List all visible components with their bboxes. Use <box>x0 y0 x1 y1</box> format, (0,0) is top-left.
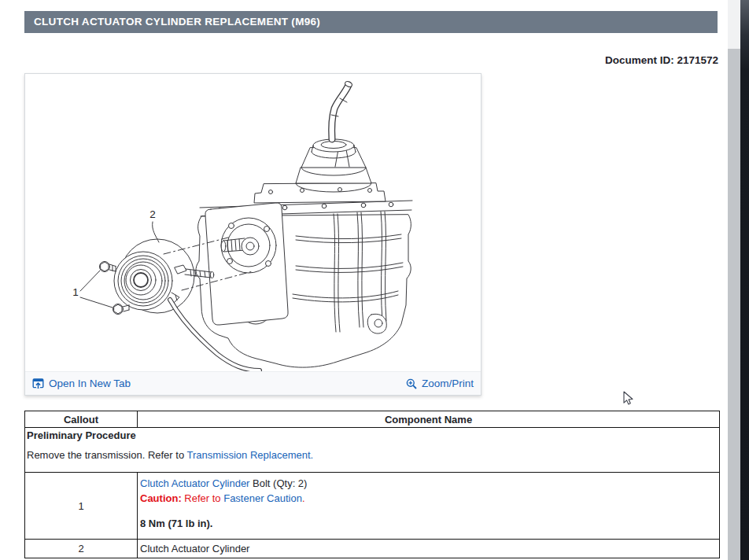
caution-line: Caution: Refer to Fastener Caution. <box>140 491 716 506</box>
caution-period: . <box>302 492 305 504</box>
mouse-cursor <box>623 391 634 410</box>
caution-text: Refer to <box>182 492 223 504</box>
torque-spec: 8 Nm (71 lb in). <box>140 516 716 531</box>
component-column-header: Component Name <box>138 411 720 428</box>
screen-edge <box>740 0 749 560</box>
component-name-suffix: Bolt (Qty: 2) <box>249 477 307 489</box>
open-in-new-tab-link[interactable]: Open In New Tab <box>32 378 131 389</box>
figure-panel: 2 1 Open In New Tab <box>24 73 482 396</box>
fastener-caution-link[interactable]: Fastener Caution <box>223 492 302 504</box>
callout-number: 2 <box>25 540 138 558</box>
zoom-print-label: Zoom/Print <box>422 378 474 389</box>
document-id: Document ID: 2171572 <box>605 54 718 66</box>
figure-callout-1: 1 <box>72 286 79 298</box>
figure-toolbar: Open In New Tab Zoom/Print <box>25 371 481 395</box>
caution-label: Caution: <box>140 492 182 504</box>
component-name-line: Clutch Actuator Cylinder Bolt (Qty: 2) <box>140 476 716 491</box>
preliminary-procedure-text: Remove the transmission. Refer to Transm… <box>27 449 716 461</box>
preliminary-procedure-row: Preliminary Procedure Remove the transmi… <box>25 428 720 473</box>
component-cell: Clutch Actuator Cylinder Bolt (Qty: 2) C… <box>138 473 720 540</box>
callout-column-header: Callout <box>25 411 138 428</box>
preliminary-text: Remove the transmission. Refer to <box>27 449 187 461</box>
clutch-actuator-cylinder-bolt-link[interactable]: Clutch Actuator Cylinder <box>140 477 249 489</box>
transmission-diagram: 2 1 <box>25 74 481 371</box>
open-in-new-tab-label: Open In New Tab <box>49 378 131 389</box>
table-row: 1 Clutch Actuator Cylinder Bolt (Qty: 2)… <box>25 473 720 540</box>
zoom-print-link[interactable]: Zoom/Print <box>406 378 474 389</box>
figure-callout-2: 2 <box>149 208 156 220</box>
table-row: 2 Clutch Actuator Cylinder <box>25 540 720 558</box>
figure-image: 2 1 <box>25 74 481 371</box>
transmission-replacement-link[interactable]: Transmission Replacement. <box>187 449 314 461</box>
scrollbar[interactable] <box>728 0 740 560</box>
open-in-new-tab-icon <box>32 378 44 389</box>
page-title: CLUTCH ACTUATOR CYLINDER REPLACEMENT (M9… <box>34 16 320 28</box>
scrollbar-thumb[interactable] <box>728 49 740 560</box>
service-document-page: CLUTCH ACTUATOR CYLINDER REPLACEMENT (M9… <box>0 0 749 560</box>
preliminary-procedure-title: Preliminary Procedure <box>27 429 716 441</box>
callout-table: Callout Component Name Preliminary Proce… <box>24 411 720 558</box>
zoom-in-icon <box>406 378 417 389</box>
table-header-row: Callout Component Name <box>25 411 720 428</box>
section-title-bar: CLUTCH ACTUATOR CYLINDER REPLACEMENT (M9… <box>24 11 718 33</box>
callout-number: 1 <box>25 473 138 540</box>
component-cell: Clutch Actuator Cylinder <box>138 540 720 558</box>
